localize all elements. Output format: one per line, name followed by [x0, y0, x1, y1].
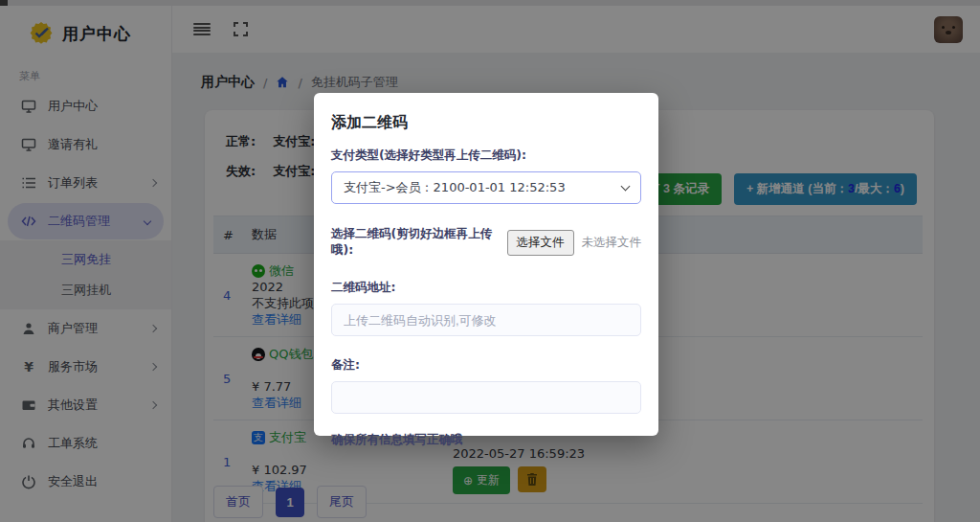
modal-title: 添加二维码 [331, 93, 641, 133]
pay-type-label: 支付类型(选择好类型再上传二维码): [331, 148, 641, 164]
file-status-text: 未选择文件 [582, 235, 642, 251]
qr-url-label: 二维码地址: [331, 280, 641, 296]
add-qrcode-modal: 添加二维码 支付类型(选择好类型再上传二维码): 支付宝->会员：2100-01… [314, 93, 658, 436]
qr-file-row: 选择二维码(剪切好边框再上传哦): 选择文件 未选择文件 [331, 226, 641, 259]
choose-file-button[interactable]: 选择文件 [507, 230, 574, 256]
qr-url-input[interactable] [331, 304, 641, 336]
qr-select-label: 选择二维码(剪切好边框再上传哦): [331, 226, 500, 259]
remark-input[interactable] [331, 381, 641, 414]
modal-footer-note: 确保所有信息填写正确哦 [331, 432, 641, 448]
chevron-down-icon [621, 182, 631, 192]
remark-label: 备注: [331, 357, 641, 374]
pay-type-selected-value: 支付宝->会员：2100-01-01 12:52:53 [344, 179, 566, 196]
pay-type-select[interactable]: 支付宝->会员：2100-01-01 12:52:53 [331, 171, 641, 204]
